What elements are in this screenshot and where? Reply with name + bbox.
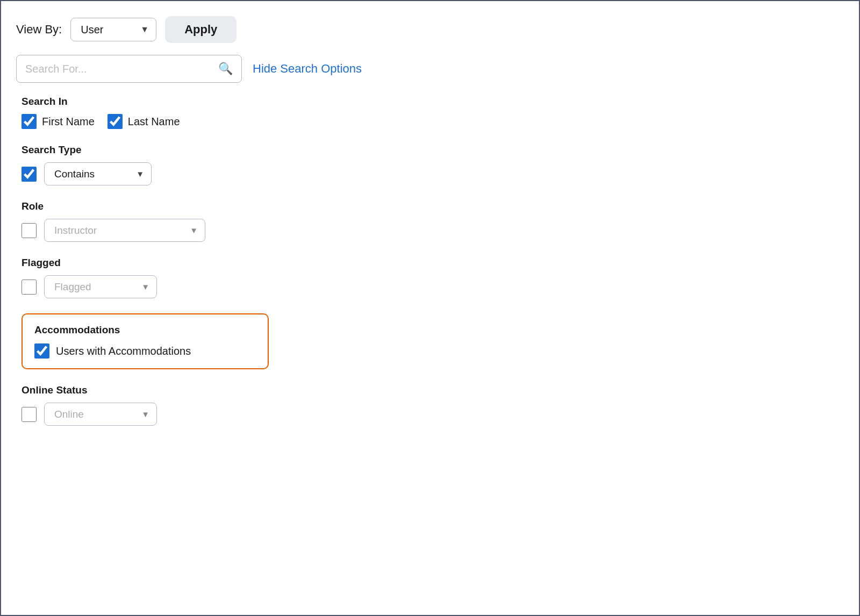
flagged-label: Flagged xyxy=(22,257,362,269)
users-with-accommodations-item[interactable]: Users with Accommodations xyxy=(34,343,256,359)
accommodations-section: Accommodations Users with Accommodations xyxy=(22,313,269,369)
search-type-dropdown-wrapper: Contains Starts With Equals ▼ xyxy=(44,162,152,185)
role-filter-row: Instructor Student Admin ▼ xyxy=(22,219,362,242)
online-status-row: Online Offline ▼ xyxy=(22,403,362,426)
search-options-panel: Search In First Name Last Name Search Ty… xyxy=(16,96,362,426)
search-in-checkboxes: First Name Last Name xyxy=(22,114,362,129)
first-name-checkbox-item[interactable]: First Name xyxy=(22,114,95,129)
role-dropdown-wrapper: Instructor Student Admin ▼ xyxy=(44,219,205,242)
last-name-checkbox[interactable] xyxy=(108,114,123,129)
search-box: 🔍 xyxy=(16,55,242,83)
users-with-accommodations-label: Users with Accommodations xyxy=(56,345,191,357)
top-row: View By: User Group Section ▼ Apply xyxy=(16,16,362,43)
role-label: Role xyxy=(22,200,362,212)
role-select[interactable]: Instructor Student Admin xyxy=(44,219,205,242)
online-status-section: Online Status Online Offline ▼ xyxy=(22,384,362,426)
online-status-label: Online Status xyxy=(22,384,362,396)
search-type-row: Contains Starts With Equals ▼ xyxy=(22,162,362,185)
first-name-checkbox[interactable] xyxy=(22,114,37,129)
search-type-select[interactable]: Contains Starts With Equals xyxy=(44,162,152,185)
view-by-label: View By: xyxy=(16,23,62,37)
search-type-checkbox[interactable] xyxy=(22,167,37,182)
flagged-dropdown-wrapper: Flagged Not Flagged ▼ xyxy=(44,275,157,298)
first-name-label: First Name xyxy=(42,116,95,128)
apply-button[interactable]: Apply xyxy=(165,16,236,43)
search-in-label: Search In xyxy=(22,96,362,108)
online-status-dropdown-wrapper: Online Offline ▼ xyxy=(44,403,157,426)
search-type-label: Search Type xyxy=(22,144,362,156)
online-status-checkbox[interactable] xyxy=(22,407,37,422)
accommodations-label: Accommodations xyxy=(34,324,256,336)
search-in-section: Search In First Name Last Name xyxy=(22,96,362,129)
online-status-select[interactable]: Online Offline xyxy=(44,403,157,426)
search-row: 🔍 Hide Search Options xyxy=(16,55,362,83)
hide-search-options-link[interactable]: Hide Search Options xyxy=(253,62,362,76)
search-input[interactable] xyxy=(25,63,218,75)
last-name-checkbox-item[interactable]: Last Name xyxy=(108,114,180,129)
role-checkbox[interactable] xyxy=(22,223,37,238)
users-with-accommodations-checkbox[interactable] xyxy=(34,343,49,359)
search-icon[interactable]: 🔍 xyxy=(218,62,233,76)
search-type-section: Search Type Contains Starts With Equals … xyxy=(22,144,362,185)
flagged-section: Flagged Flagged Not Flagged ▼ xyxy=(22,257,362,298)
role-section: Role Instructor Student Admin ▼ xyxy=(22,200,362,242)
flagged-checkbox[interactable] xyxy=(22,280,37,295)
flagged-select[interactable]: Flagged Not Flagged xyxy=(44,275,157,298)
flagged-filter-row: Flagged Not Flagged ▼ xyxy=(22,275,362,298)
view-by-select[interactable]: User Group Section xyxy=(70,18,156,41)
view-by-dropdown-wrapper: User Group Section ▼ xyxy=(70,18,156,41)
last-name-label: Last Name xyxy=(128,116,180,128)
